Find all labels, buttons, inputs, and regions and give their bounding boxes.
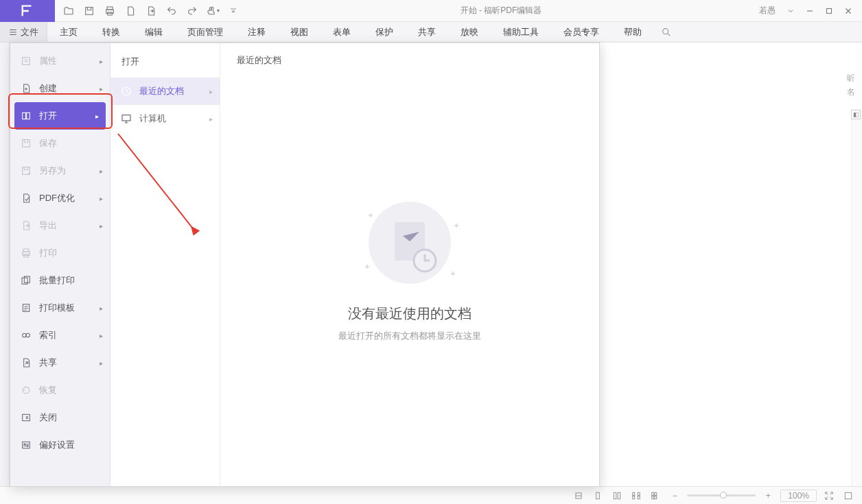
print-icon xyxy=(20,247,32,259)
zoom-slider[interactable] xyxy=(687,494,756,496)
panel-toggle-icon[interactable]: ◧ xyxy=(851,110,861,119)
zoom-value[interactable]: 100% xyxy=(780,490,817,502)
close-icon[interactable] xyxy=(840,3,857,19)
submenu-header: 打开 xyxy=(110,51,220,77)
title-bar: ▾ 开始 - 福昕PDF编辑器 若愚 xyxy=(0,0,862,22)
chevron-down-icon[interactable] xyxy=(782,3,799,19)
maximize-icon[interactable] xyxy=(821,3,837,19)
svg-rect-30 xyxy=(596,492,600,499)
save-icon[interactable] xyxy=(81,3,97,19)
fit-width-icon[interactable] xyxy=(822,489,836,503)
file-menu-item-open[interactable]: 打开▸ xyxy=(14,102,106,130)
tab-9[interactable]: 放映 xyxy=(448,22,491,43)
tab-4[interactable]: 注释 xyxy=(235,22,278,43)
open-icon xyxy=(20,110,32,122)
facing-continuous-icon[interactable] xyxy=(649,489,662,503)
hamburger-icon xyxy=(8,27,18,37)
file-menu-item-close[interactable]: 关闭 xyxy=(10,404,110,431)
continuous-icon[interactable] xyxy=(610,489,624,503)
svg-point-18 xyxy=(26,333,30,337)
svg-rect-4 xyxy=(827,8,832,13)
chevron-right-icon: ▸ xyxy=(100,58,103,65)
tab-7[interactable]: 保护 xyxy=(363,22,406,43)
minimize-icon[interactable] xyxy=(802,3,818,19)
qat-more-icon[interactable] xyxy=(225,3,242,19)
svg-rect-3 xyxy=(108,12,113,15)
tab-2[interactable]: 编辑 xyxy=(132,22,175,43)
reflow-icon[interactable] xyxy=(572,489,585,503)
file-menu-list: 属性▸创建▸打开▸保存另存为▸PDF优化▸导出▸打印批量打印打印模板▸索引▸共享… xyxy=(10,43,110,486)
svg-point-22 xyxy=(27,445,28,446)
file-menu-item-index[interactable]: 索引▸ xyxy=(10,322,110,349)
file-menu-item-label: 导出 xyxy=(39,219,57,232)
tab-11[interactable]: 会员专享 xyxy=(551,22,611,43)
tab-5[interactable]: 视图 xyxy=(278,22,321,43)
svg-rect-32 xyxy=(618,492,620,499)
file-menu-item-label: 打开 xyxy=(39,110,57,122)
hand-icon[interactable]: ▾ xyxy=(205,3,221,19)
left-sidebar-strip xyxy=(0,43,10,486)
window-title: 开始 - 福昕PDF编辑器 xyxy=(247,5,755,16)
chevron-right-icon: ▸ xyxy=(100,359,103,367)
file-menu-item-label: 打印模板 xyxy=(39,302,75,314)
tab-3[interactable]: 页面管理 xyxy=(175,22,235,43)
file-menu-item-printtpl[interactable]: 打印模板▸ xyxy=(10,294,110,322)
file-menu-item-label: 打印 xyxy=(39,247,57,259)
quick-access-toolbar: ▾ xyxy=(55,3,247,19)
file-menu-item-export: 导出▸ xyxy=(10,212,110,239)
svg-rect-15 xyxy=(24,276,30,283)
file-menu-item-prefs[interactable]: 偏好设置 xyxy=(10,431,110,459)
tab-10[interactable]: 辅助工具 xyxy=(491,22,551,43)
saveas-icon xyxy=(20,165,32,177)
undo-icon[interactable] xyxy=(163,3,180,19)
redo-icon[interactable] xyxy=(184,3,200,19)
single-page-icon[interactable] xyxy=(591,489,605,503)
facing-icon[interactable] xyxy=(629,489,643,503)
svg-rect-9 xyxy=(23,140,30,147)
properties-icon xyxy=(20,55,32,67)
file-menu-content: 最近的文档 没有最近使用的文档 最近打开的所有文档都将显示在这里 xyxy=(220,43,599,486)
svg-rect-33 xyxy=(633,492,635,495)
file-menu-item-create[interactable]: 创建▸ xyxy=(10,75,110,102)
submenu-item-computer[interactable]: 计算机▸ xyxy=(110,105,220,132)
zoom-in-icon[interactable]: + xyxy=(761,489,775,503)
zoom-out-icon[interactable]: − xyxy=(668,489,682,503)
svg-rect-14 xyxy=(22,278,27,284)
chevron-right-icon: ▸ xyxy=(100,304,103,312)
submenu-item-clock[interactable]: 最近的文档▸ xyxy=(110,77,220,105)
prefs-icon xyxy=(20,439,32,451)
file-menu-item-share[interactable]: 共享▸ xyxy=(10,349,110,376)
status-bar: − + 100% xyxy=(0,486,862,504)
file-menu-item-print: 打印 xyxy=(10,239,110,267)
tab-0[interactable]: 主页 xyxy=(47,22,90,43)
tab-6[interactable]: 表单 xyxy=(321,22,363,43)
svg-rect-35 xyxy=(638,492,640,495)
new-doc-icon[interactable] xyxy=(122,3,139,19)
chevron-right-icon: ▸ xyxy=(100,167,103,175)
search-icon[interactable] xyxy=(654,22,679,42)
tab-1[interactable]: 转换 xyxy=(90,22,132,43)
print-icon[interactable] xyxy=(102,3,118,19)
file-menu-item-optimize[interactable]: PDF优化▸ xyxy=(10,184,110,212)
fullscreen-icon[interactable] xyxy=(841,489,855,503)
svg-rect-24 xyxy=(122,115,130,121)
svg-point-5 xyxy=(663,28,668,34)
file-menu-item-batchprint[interactable]: 批量打印 xyxy=(10,267,110,294)
export-icon[interactable] xyxy=(143,3,159,19)
tab-12[interactable]: 帮助 xyxy=(611,22,654,43)
svg-rect-6 xyxy=(23,58,30,65)
svg-rect-36 xyxy=(638,496,640,499)
clock-icon xyxy=(120,85,132,97)
svg-rect-13 xyxy=(24,254,29,257)
app-logo xyxy=(0,0,55,22)
file-tab-label: 文件 xyxy=(21,26,38,38)
file-tab[interactable]: 文件 xyxy=(0,22,47,42)
svg-rect-11 xyxy=(23,249,29,252)
open-icon[interactable] xyxy=(60,3,77,19)
file-menu-item-label: 关闭 xyxy=(39,411,57,424)
create-icon xyxy=(20,82,32,95)
svg-rect-19 xyxy=(23,414,30,420)
tab-8[interactable]: 共享 xyxy=(406,22,448,43)
user-name[interactable]: 若愚 xyxy=(755,5,780,16)
svg-rect-20 xyxy=(23,442,30,448)
